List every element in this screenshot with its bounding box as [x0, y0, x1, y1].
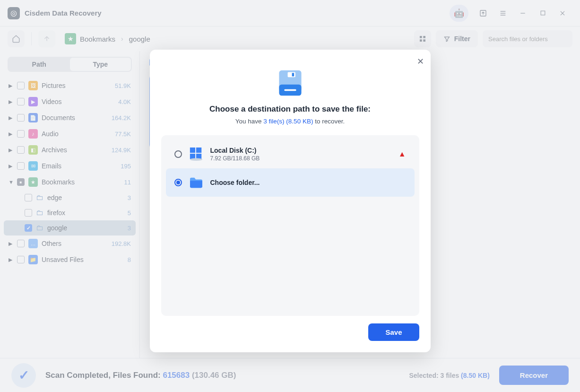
destination-detail: 7.92 GB/118.68 GB: [210, 155, 392, 162]
destination-local-disk[interactable]: Local Disk (C:) 7.92 GB/118.68 GB ▲: [166, 140, 415, 168]
modal-title: Choose a destination path to save the fi…: [161, 105, 419, 114]
warning-icon: ▲: [398, 150, 406, 158]
windows-disk-icon: [189, 147, 204, 162]
svg-rect-18: [292, 73, 294, 76]
radio-button[interactable]: [174, 179, 182, 186]
modal-subtitle: You have 3 file(s) (8.50 KB) to recover.: [161, 118, 419, 125]
save-modal: ✕ Choose a destination path to save the …: [150, 50, 431, 352]
modal-close-button[interactable]: ✕: [417, 56, 424, 67]
destination-list: Local Disk (C:) 7.92 GB/118.68 GB ▲ Choo…: [161, 135, 419, 316]
save-button[interactable]: Save: [368, 323, 419, 341]
destination-name: Choose folder...: [210, 179, 406, 186]
radio-button[interactable]: [174, 150, 182, 158]
svg-point-23: [190, 158, 202, 161]
folder-icon: [189, 175, 204, 190]
destination-choose-folder[interactable]: Choose folder...: [166, 168, 415, 197]
svg-rect-17: [287, 72, 295, 77]
svg-rect-19: [190, 148, 195, 153]
svg-rect-20: [196, 148, 201, 153]
svg-rect-16: [284, 89, 296, 91]
save-disk-icon: [277, 70, 304, 97]
destination-name: Local Disk (C:): [210, 147, 392, 154]
